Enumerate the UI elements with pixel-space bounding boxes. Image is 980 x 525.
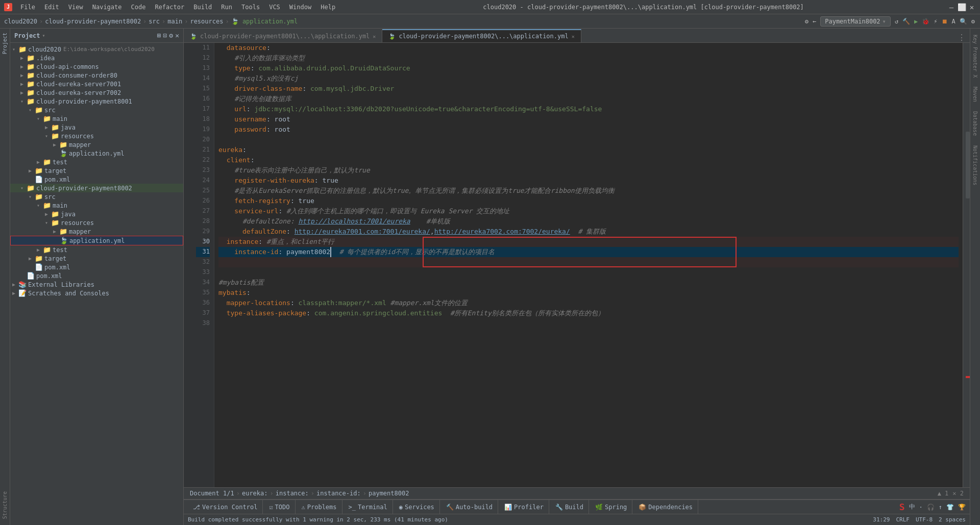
- tree-eureka7001[interactable]: ▶ 📁 cloud-eureka-server7001: [10, 80, 183, 88]
- tree-payment8002-mapper[interactable]: ▶ 📁 mapper: [10, 227, 183, 236]
- scrollbar-track[interactable]: [963, 43, 970, 487]
- tree-payment8002-java[interactable]: ▶ 📁 java: [10, 210, 183, 218]
- code-line-28: #defaultZone: http://localhost:7001/eure…: [218, 216, 959, 227]
- charset-label[interactable]: UTF-8: [916, 516, 933, 523]
- bc-sep5: ›: [225, 18, 229, 25]
- tree-payment8002-yaml[interactable]: 🍃 application.yml: [10, 236, 183, 245]
- collapse-all-icon[interactable]: ⊞: [157, 32, 161, 39]
- tree-payment8001-main[interactable]: ▾ 📁 main: [10, 114, 183, 123]
- bc-bottom-payment8002[interactable]: payment8002: [369, 490, 409, 497]
- tab2-close[interactable]: ✕: [572, 34, 575, 39]
- tab-payment8002-yaml[interactable]: 🍃 cloud-provider-payment8002\...\applica…: [382, 29, 581, 42]
- run-configuration[interactable]: PaymentMain8002 ▾: [820, 16, 891, 27]
- bc-bottom-eureka[interactable]: eureka:: [242, 490, 268, 497]
- menu-window[interactable]: Window: [285, 3, 315, 12]
- menu-tools[interactable]: Tools: [237, 3, 264, 12]
- indent-label[interactable]: 2 spaces: [939, 516, 966, 523]
- panel-close-icon[interactable]: ✕: [175, 32, 179, 39]
- search-icon[interactable]: 🔍: [959, 17, 968, 26]
- menu-run[interactable]: Run: [217, 3, 236, 12]
- tree-api-commons[interactable]: ▶ 📁 cloud-api-commons: [10, 62, 183, 71]
- menu-navigate[interactable]: Navigate: [88, 3, 126, 12]
- debug-icon[interactable]: 🐞: [921, 17, 930, 26]
- translate-icon[interactable]: A: [951, 17, 957, 26]
- menu-build[interactable]: Build: [189, 3, 216, 12]
- tree-consumer[interactable]: ▶ 📁 cloud-consumer-order80: [10, 71, 183, 80]
- api-commons-label: cloud-api-commons: [36, 63, 99, 70]
- panel-dropdown-icon[interactable]: ▾: [42, 33, 45, 38]
- scroll-from-source-icon[interactable]: ⊡: [163, 32, 167, 39]
- bookmarks-tab[interactable]: [4, 521, 6, 525]
- right-tab-database[interactable]: Database: [971, 109, 979, 138]
- tab1-close[interactable]: ✕: [373, 34, 376, 39]
- right-tab-key-promoter[interactable]: Key Promoter X: [971, 33, 979, 80]
- gear-settings-icon[interactable]: ⚙: [169, 32, 173, 39]
- bc-bottom-instance[interactable]: instance:: [276, 490, 309, 497]
- tree-payment8001-resources[interactable]: ▾ 📁 resources: [10, 132, 183, 140]
- tree-payment8002-src[interactable]: ▾ 📁 src: [10, 192, 183, 201]
- line-ending[interactable]: CRLF: [896, 516, 910, 523]
- dependencies-tab[interactable]: 📦 Dependencies: [633, 500, 698, 514]
- structure-tab[interactable]: Structure: [1, 489, 9, 521]
- menu-vcs[interactable]: VCS: [265, 3, 284, 12]
- gear-icon[interactable]: ⚙: [970, 17, 976, 26]
- tree-payment8001-pom[interactable]: 📄 pom.xml: [10, 175, 183, 184]
- tree-payment8002[interactable]: ▾ 📁 cloud-provider-payment8002: [10, 184, 183, 192]
- problems-tab[interactable]: ⚠ Problems: [297, 500, 342, 514]
- menu-edit[interactable]: Edit: [40, 3, 63, 12]
- tree-scratches[interactable]: ▶ 📝 Scratches and Consoles: [10, 289, 183, 297]
- tree-payment8002-test[interactable]: ▶ 📁 test: [10, 245, 183, 254]
- tree-payment8002-main[interactable]: ▾ 📁 main: [10, 201, 183, 210]
- menu-refactor[interactable]: Refactor: [151, 3, 188, 12]
- refresh-icon[interactable]: ↺: [894, 17, 899, 26]
- tree-external-libs[interactable]: ▶ 📚 External Libraries: [10, 280, 183, 289]
- project-tab[interactable]: Project: [1, 31, 9, 56]
- bc-bottom-instance-id[interactable]: instance-id:: [316, 490, 361, 497]
- terminal-tab[interactable]: >_ Terminal: [344, 500, 393, 514]
- cursor-position[interactable]: 31:29: [873, 516, 890, 523]
- version-control-tab[interactable]: ⎇ Version Control: [188, 500, 263, 514]
- tab-more-button[interactable]: ⋮: [953, 33, 970, 42]
- run-icon[interactable]: ▶: [913, 17, 919, 26]
- menu-view[interactable]: View: [64, 3, 87, 12]
- tree-payment8002-resources[interactable]: ▾ 📁 resources: [10, 218, 183, 227]
- close-button[interactable]: ✕: [968, 3, 976, 11]
- spring-tab[interactable]: 🌿 Spring: [590, 500, 632, 514]
- payment8002-src-arrow: ▾: [29, 194, 35, 199]
- menu-file[interactable]: File: [16, 3, 39, 12]
- menu-help[interactable]: Help: [316, 3, 339, 12]
- tree-payment8001-java[interactable]: ▶ 📁 java: [10, 123, 183, 132]
- tree-eureka7002[interactable]: ▶ 📁 cloud-eureka-server7002: [10, 88, 183, 97]
- tree-root[interactable]: ▾ 📁 cloud2020 E:\idea-workspace\cloud202…: [10, 45, 183, 54]
- right-tab-notifications[interactable]: Notifications: [971, 143, 979, 187]
- auto-build-tab[interactable]: 🔨 Auto-build: [441, 500, 498, 514]
- tree-payment8001-target[interactable]: ▶ 📁 target: [10, 166, 183, 175]
- stop-icon[interactable]: ⏹: [941, 17, 949, 26]
- coverage-icon[interactable]: ⚡: [933, 17, 938, 26]
- window-controls: — ⬜ ✕: [947, 3, 976, 11]
- profiler-tab[interactable]: 📊 Profiler: [499, 500, 549, 514]
- tree-payment8001-test[interactable]: ▶ 📁 test: [10, 158, 183, 166]
- build-icon[interactable]: 🔨: [901, 17, 911, 26]
- minimize-button[interactable]: —: [947, 3, 955, 11]
- tree-payment8001-src[interactable]: ▾ 📁 src: [10, 106, 183, 114]
- back-icon[interactable]: ←: [812, 17, 817, 26]
- tree-idea[interactable]: ▶ 📁 .idea: [10, 54, 183, 62]
- tree-payment8001-mapper[interactable]: ▶ 📁 mapper: [10, 140, 183, 149]
- menu-code[interactable]: Code: [127, 3, 150, 12]
- maximize-button[interactable]: ⬜: [958, 3, 966, 11]
- tree-payment8002-pom[interactable]: 📄 pom.xml: [10, 263, 183, 271]
- tree-payment8001-yaml[interactable]: 🍃 application.yml: [10, 149, 183, 158]
- tree-root-pom[interactable]: 📄 pom.xml: [10, 271, 183, 280]
- tree-payment8001[interactable]: ▾ 📁 cloud-provider-payment8001: [10, 97, 183, 106]
- settings-icon[interactable]: ⚙: [804, 17, 810, 26]
- right-tab-maven[interactable]: Maven: [971, 85, 979, 104]
- todo-tab[interactable]: ☑ TODO: [264, 500, 295, 514]
- tab-payment8001-yaml[interactable]: 🍃 cloud-provider-payment8001\...\applica…: [184, 29, 382, 42]
- tree-payment8002-target[interactable]: ▶ 📁 target: [10, 254, 183, 263]
- services-tab[interactable]: ◉ Services: [394, 500, 440, 514]
- scrollbar-thumb[interactable]: [966, 132, 970, 198]
- build-tab[interactable]: 🔧 Build: [550, 500, 589, 514]
- code-content[interactable]: datasource: #引入的数据库驱动类型 type: com.alibab…: [214, 43, 963, 487]
- bc-main: main: [167, 18, 182, 25]
